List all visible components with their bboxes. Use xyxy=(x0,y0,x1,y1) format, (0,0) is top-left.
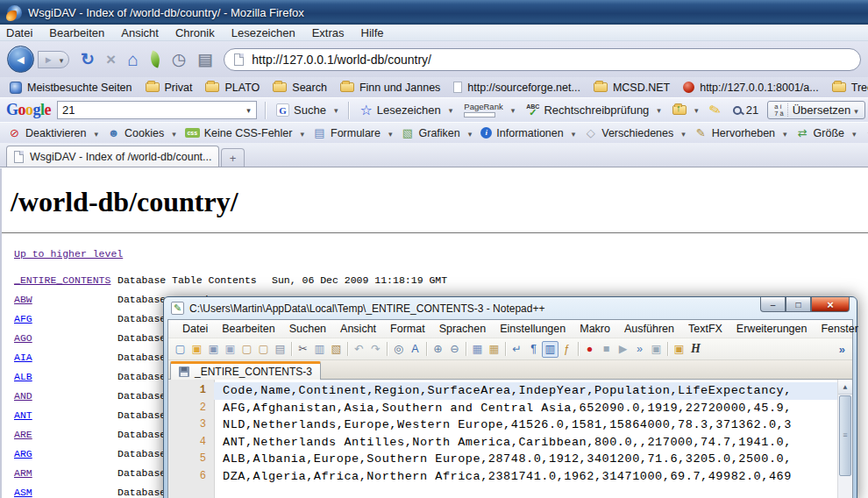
bookmark-item[interactable]: Tree Samples xyxy=(827,82,868,94)
bookmark-item[interactable]: PLATO xyxy=(200,82,265,94)
print-icon[interactable]: ▤ xyxy=(197,52,212,68)
scroll-thumb[interactable]: ≡ xyxy=(839,395,851,476)
line-text[interactable]: AFG,Afghanistan,Asia,Southern and Centra… xyxy=(214,400,852,417)
google-search-input[interactable] xyxy=(58,103,241,117)
search-dropdown-icon[interactable]: ▾ xyxy=(241,102,256,118)
indent-guide-icon[interactable]: ▥ xyxy=(542,341,559,358)
find-icon[interactable]: ◎ xyxy=(390,341,407,358)
webdev-menu-button[interactable]: ⊘ Deaktivieren xyxy=(4,127,102,139)
translate-button[interactable]: a í 7 ä Übersetzen xyxy=(767,101,864,119)
entry-link[interactable]: AIA xyxy=(14,352,32,363)
word-wrap-icon[interactable]: ↵ xyxy=(509,341,525,358)
save-all-icon[interactable]: ▣ xyxy=(222,341,238,358)
google-search-box[interactable]: ▾ xyxy=(57,101,257,119)
macro-run-multiple-icon[interactable]: » xyxy=(631,341,648,358)
bookmark-item[interactable]: Search xyxy=(267,82,332,94)
notepad-menu-item[interactable]: Ansicht xyxy=(333,323,383,335)
entry-link[interactable]: ARM xyxy=(14,467,32,479)
entry-link[interactable]: ARE xyxy=(14,429,32,440)
paste-icon[interactable]: ▧ xyxy=(328,341,345,358)
google-bookmarks-button[interactable]: ☆ Lesezeichen xyxy=(357,103,455,118)
replace-icon[interactable]: A xyxy=(407,341,423,358)
new-file-icon[interactable]: ▢ xyxy=(172,341,189,358)
notepad-menu-item[interactable]: Format xyxy=(383,323,432,335)
find-count-button[interactable]: 21 xyxy=(730,103,761,117)
browser-tab-active[interactable]: WsgiDAV - Index of /world-db/count... xyxy=(6,146,219,167)
stop-icon[interactable]: × xyxy=(106,51,116,68)
notepad-titlebar[interactable]: ✎ C:\Users\Martin\AppData\Local\Temp\_EN… xyxy=(167,297,853,319)
notepad-menu-item[interactable]: Einstellungen xyxy=(493,323,573,335)
entry-link[interactable]: ASM xyxy=(14,487,32,498)
back-button[interactable]: ◄ xyxy=(7,46,34,73)
editor-line[interactable]: 5 ALB,Albania,Europe,Southern Europe,287… xyxy=(168,451,852,468)
show-all-chars-icon[interactable]: ¶ xyxy=(525,341,542,358)
menu-item[interactable]: Chronik xyxy=(175,26,215,39)
entry-link[interactable]: _ENTIRE_CONTENTS xyxy=(14,274,110,286)
reload-icon[interactable]: ↻ xyxy=(81,51,95,68)
zoom-out-icon[interactable]: ⊖ xyxy=(446,341,463,358)
up-to-higher-level-link[interactable]: Up to higher level xyxy=(14,248,123,260)
entry-link[interactable]: ANT xyxy=(14,409,32,421)
open-folder-icon[interactable]: ▣ xyxy=(189,341,205,358)
close-all-icon[interactable]: ▢ xyxy=(255,341,272,358)
webdev-menu-button[interactable]: ⇄ Größe xyxy=(793,127,860,139)
sync-horizontal-icon[interactable]: ▦ xyxy=(486,341,502,358)
copy-icon[interactable]: ▥ xyxy=(311,341,328,358)
zoom-in-icon[interactable]: ⊕ xyxy=(430,341,446,358)
webdev-menu-button[interactable]: css Keine CSS-Fehler xyxy=(181,127,308,139)
bookmark-item[interactable]: http://127.0.0.1:8001/a... xyxy=(678,82,824,94)
line-text[interactable]: DZA,Algeria,Africa,Northern Africa,23817… xyxy=(214,468,852,486)
editor-line[interactable]: 6 DZA,Algeria,Africa,Northern Africa,238… xyxy=(168,468,852,486)
highlighter-button[interactable]: ✎ xyxy=(707,103,723,118)
menu-item[interactable]: Extras xyxy=(312,26,345,39)
print-icon[interactable]: ▤ xyxy=(272,341,288,358)
webdev-menu-button[interactable]: i Informationen xyxy=(477,127,579,139)
menu-item[interactable]: Hilfe xyxy=(361,26,384,39)
notepad-menu-item[interactable]: Suchen xyxy=(282,323,333,335)
menu-item[interactable]: Ansicht xyxy=(121,26,159,39)
webdev-menu-button[interactable]: ✦ Extras xyxy=(862,127,868,139)
editor-vertical-scrollbar[interactable]: ▲ ≡ xyxy=(837,380,852,498)
notepad-editor[interactable]: 1 Code,Name,Continent,Region,SurfaceArea… xyxy=(168,380,852,498)
editor-line[interactable]: 1 Code,Name,Continent,Region,SurfaceArea… xyxy=(168,382,852,400)
macro-save-icon[interactable]: ▣ xyxy=(648,341,665,358)
editor-line[interactable]: 2 AFG,Afghanistan,Asia,Southern and Cent… xyxy=(168,400,852,417)
webdev-menu-button[interactable]: ☻ Cookies xyxy=(103,127,180,139)
notepad-menu-item[interactable]: Sprachen xyxy=(432,323,494,335)
redo-icon[interactable]: ↷ xyxy=(367,341,384,358)
menu-item[interactable]: Lesezeichen xyxy=(231,26,295,39)
toolbar-overflow-chevron[interactable]: » xyxy=(839,343,852,356)
address-bar[interactable]: http://127.0.0.1/world-db/country/ xyxy=(224,48,861,71)
new-tab-button[interactable]: + xyxy=(221,148,245,167)
entry-link[interactable]: ALB xyxy=(14,371,32,382)
bookmark-item[interactable]: http://sourceforge.net... xyxy=(448,82,586,94)
line-text[interactable]: ANT,Netherlands Antilles,North America,C… xyxy=(214,434,852,452)
notepad-menu-item[interactable]: Ausführen xyxy=(617,323,681,335)
editor-line[interactable]: 3 NLD,Netherlands,Europe,Western Europe,… xyxy=(168,416,852,434)
line-text[interactable]: Code,Name,Continent,Region,SurfaceArea,I… xyxy=(214,382,852,400)
maximize-button[interactable]: □ xyxy=(786,297,811,312)
bookmark-item[interactable]: Meistbesuchte Seiten xyxy=(4,82,138,94)
google-search-button[interactable]: G Suche xyxy=(274,103,340,117)
autofill-button[interactable]: ↑ xyxy=(670,104,701,116)
close-doc-icon[interactable]: ▢ xyxy=(238,341,255,358)
webdev-menu-button[interactable]: ◇ Verschiedenes xyxy=(580,127,689,139)
entry-link[interactable]: AFG xyxy=(14,313,32,324)
macro-stop-icon[interactable]: ■ xyxy=(598,341,615,358)
function-list-icon[interactable]: ƒ xyxy=(559,341,575,358)
entry-link[interactable]: ABW xyxy=(14,294,32,305)
pagerank-button[interactable]: PageRank xyxy=(461,102,517,118)
macro-record-icon[interactable]: ● xyxy=(581,341,598,358)
forward-button[interactable]: ► xyxy=(38,51,69,68)
webdev-menu-button[interactable]: ✎ Hervorheben xyxy=(691,127,791,139)
macro-play-icon[interactable]: ▶ xyxy=(615,341,631,358)
menu-item[interactable]: Datei xyxy=(6,26,32,39)
close-button[interactable]: × xyxy=(811,297,850,312)
bookmark-item[interactable]: MCSD.NET xyxy=(588,82,675,94)
html-preview-icon[interactable]: H xyxy=(687,341,704,358)
notepad-menu-item[interactable]: TextFX xyxy=(681,323,729,335)
undo-icon[interactable]: ↶ xyxy=(351,341,367,358)
spellcheck-button[interactable]: ABC ✓ Rechtschreibprüfung xyxy=(523,103,664,118)
leaf-icon[interactable] xyxy=(147,51,162,68)
entry-link[interactable]: AND xyxy=(14,390,32,402)
